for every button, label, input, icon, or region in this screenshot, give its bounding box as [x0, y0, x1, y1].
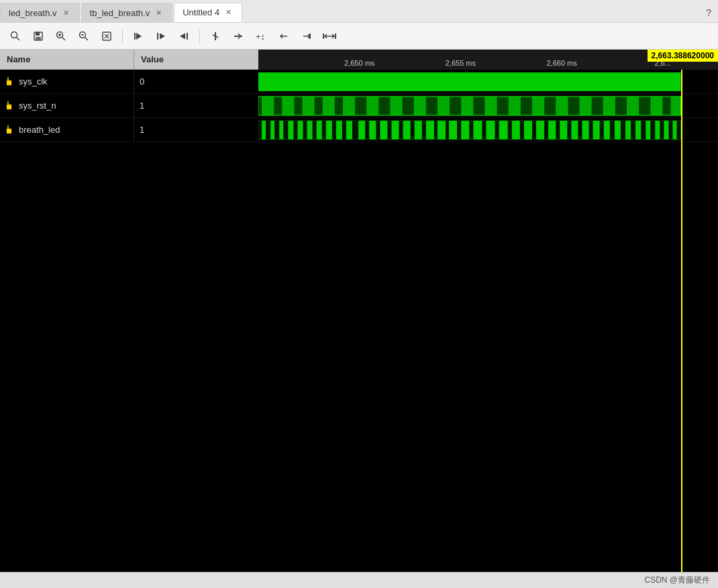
- svg-rect-73: [346, 121, 352, 139]
- toolbar-sep-1: [122, 30, 123, 43]
- svg-rect-65: [270, 121, 274, 139]
- tool6-button[interactable]: [319, 27, 340, 46]
- last-button[interactable]: [174, 27, 194, 46]
- tab-label: led_breath.v: [9, 8, 57, 18]
- signal-icon-breath-led: [5, 125, 15, 135]
- svg-rect-82: [449, 121, 457, 139]
- svg-rect-96: [615, 121, 621, 139]
- svg-rect-87: [512, 121, 520, 139]
- svg-rect-94: [593, 121, 600, 139]
- help-button[interactable]: ?: [699, 3, 718, 22]
- tool1-button[interactable]: [205, 27, 225, 46]
- tool3-button[interactable]: +↕: [251, 27, 271, 46]
- tab-bar: led_breath.v ✕ tb_led_breath.v ✕ Untitle…: [0, 0, 718, 23]
- svg-rect-92: [571, 121, 578, 139]
- svg-rect-71: [326, 121, 332, 139]
- tab-close-icon[interactable]: ✕: [61, 8, 71, 18]
- svg-rect-47: [343, 97, 355, 115]
- tab-label: Untitled 4: [183, 7, 219, 17]
- svg-rect-88: [524, 121, 532, 139]
- svg-rect-86: [499, 121, 508, 139]
- svg-rect-93: [582, 121, 589, 139]
- svg-rect-39: [7, 129, 11, 133]
- svg-rect-43: [262, 97, 274, 115]
- signal-icon-sys-rst-n: [5, 101, 15, 111]
- svg-rect-52: [461, 97, 473, 115]
- svg-rect-60: [650, 97, 662, 115]
- svg-rect-101: [664, 121, 668, 139]
- svg-rect-74: [358, 121, 365, 139]
- tool4-button[interactable]: [274, 27, 294, 46]
- svg-rect-90: [548, 121, 556, 139]
- signal-name-sys-clk: sys_clk: [0, 70, 134, 93]
- signal-value-sys-clk: 0: [134, 70, 150, 93]
- tab-led-breath[interactable]: led_breath.v ✕: [0, 3, 80, 22]
- search-button[interactable]: [5, 27, 25, 46]
- tool2-button[interactable]: [228, 27, 248, 46]
- svg-rect-64: [262, 121, 266, 139]
- zoom-in-button[interactable]: [51, 27, 71, 46]
- svg-rect-68: [297, 121, 303, 139]
- first-button[interactable]: [151, 27, 171, 46]
- tab-untitled4[interactable]: Untitled 4 ✕: [174, 3, 242, 22]
- svg-rect-53: [484, 97, 497, 115]
- cursor-line: [681, 70, 682, 572]
- cursor-time-label: 2,663.388620000: [648, 50, 718, 62]
- signal-header-value: Value: [134, 54, 170, 64]
- signal-name-text: sys_rst_n: [19, 101, 56, 111]
- waveform-panel[interactable]: 2,663.388620000 2,650 ms 2,655 ms 2,660 …: [258, 50, 718, 572]
- svg-marker-21: [180, 34, 185, 39]
- tab-tb-led-breath[interactable]: tb_led_breath.v ✕: [81, 3, 173, 22]
- tab-close-icon[interactable]: ✕: [223, 7, 234, 17]
- svg-rect-3: [36, 32, 40, 36]
- tab-close-icon[interactable]: ✕: [154, 8, 164, 18]
- svg-rect-79: [415, 121, 422, 139]
- svg-rect-67: [288, 121, 293, 139]
- svg-rect-35: [7, 80, 11, 85]
- signal-icon-sys-clk: [5, 77, 15, 86]
- svg-rect-55: [532, 97, 544, 115]
- toolbar: +↕: [0, 23, 718, 50]
- svg-point-0: [11, 32, 17, 38]
- tab-spacer: [244, 3, 699, 22]
- main-content: Name Value sys_clk 0: [0, 50, 718, 572]
- signal-header-name: Name: [0, 50, 134, 69]
- waveforms[interactable]: [258, 70, 718, 572]
- time-tick-2: 2,655 ms: [446, 59, 476, 67]
- svg-rect-4: [36, 37, 41, 40]
- waveform-svg-sys-clk: [258, 70, 718, 94]
- svg-rect-97: [625, 121, 631, 139]
- zoom-out-button[interactable]: [74, 27, 94, 46]
- waveform-svg-sys-rst-n: [258, 94, 718, 118]
- tool5-button[interactable]: [297, 27, 317, 46]
- svg-rect-45: [302, 97, 314, 115]
- signal-row-sys-rst-n[interactable]: sys_rst_n 1: [0, 94, 258, 118]
- svg-rect-49: [390, 97, 402, 115]
- signal-value-sys-rst-n: 1: [134, 94, 150, 117]
- svg-line-1: [17, 37, 20, 40]
- signal-panel: Name Value sys_clk 0: [0, 50, 258, 572]
- tab-label: tb_led_breath.v: [90, 8, 150, 18]
- svg-rect-51: [438, 97, 450, 115]
- svg-line-6: [62, 37, 66, 40]
- fit-button[interactable]: [97, 27, 117, 46]
- signal-row-breath-led[interactable]: breath_led 1: [0, 118, 258, 142]
- svg-rect-61: [670, 97, 680, 115]
- svg-rect-54: [509, 97, 521, 115]
- time-tick-1: 2,650 ms: [344, 59, 374, 67]
- svg-rect-85: [486, 121, 495, 139]
- svg-rect-83: [461, 121, 469, 139]
- svg-rect-102: [673, 121, 677, 139]
- signal-row-sys-clk[interactable]: sys_clk 0: [0, 70, 258, 94]
- svg-rect-46: [323, 97, 335, 115]
- svg-text:+↕: +↕: [256, 32, 265, 42]
- save-button[interactable]: [28, 27, 48, 46]
- signal-header: Name Value: [0, 50, 258, 70]
- svg-rect-50: [414, 97, 426, 115]
- svg-rect-70: [317, 121, 322, 139]
- svg-rect-72: [336, 121, 342, 139]
- status-bar: CSDN @青藤硬件: [0, 572, 718, 588]
- signal-name-text: breath_led: [19, 125, 60, 135]
- prev-edge-button[interactable]: [128, 27, 148, 46]
- svg-rect-69: [307, 121, 313, 139]
